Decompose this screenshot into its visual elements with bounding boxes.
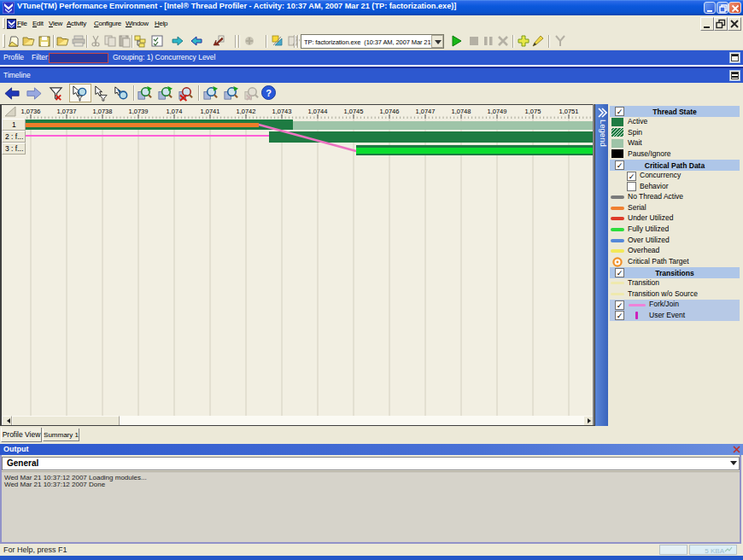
svg-text:1,0749: 1,0749	[488, 108, 507, 115]
svg-text:1,0751: 1,0751	[559, 108, 579, 115]
svg-text:?: ?	[266, 88, 272, 98]
svg-text:1,0736: 1,0736	[21, 108, 41, 115]
svg-text:1,075: 1,075	[525, 108, 541, 115]
svg-text:1,0738: 1,0738	[93, 108, 113, 115]
svg-text:1,0742: 1,0742	[237, 108, 256, 115]
svg-text:1,0745: 1,0745	[344, 108, 364, 115]
svg-text:1,0744: 1,0744	[308, 108, 328, 115]
svg-text:1,0746: 1,0746	[380, 108, 400, 115]
svg-text:1,0748: 1,0748	[452, 108, 471, 115]
svg-text:1,0741: 1,0741	[201, 108, 220, 115]
svg-text:1,0743: 1,0743	[272, 108, 292, 115]
svg-text:1,0739: 1,0739	[129, 108, 149, 115]
svg-text:1,0747: 1,0747	[416, 108, 436, 115]
svg-text:1,074: 1,074	[167, 108, 183, 115]
svg-text:1,0737: 1,0737	[57, 108, 77, 115]
